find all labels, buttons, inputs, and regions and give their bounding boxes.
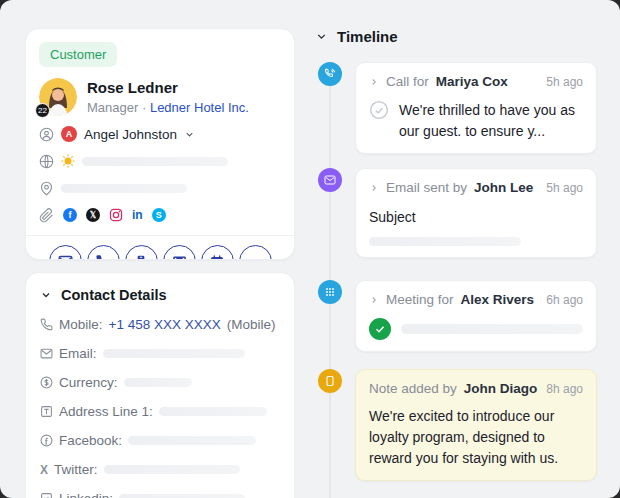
detail-row-email: Email: — [40, 346, 280, 361]
contact-details-card: Contact Details Mobile: +1 458 XXX XXXX … — [25, 272, 295, 498]
globe-icon — [39, 154, 54, 169]
placeholder-bar — [401, 324, 583, 334]
owner-name: Angel Johnston — [84, 127, 177, 142]
location-pin-icon — [39, 181, 54, 196]
detail-row-currency: Currency: — [40, 375, 280, 390]
field-label: Twitter: — [54, 462, 98, 477]
role-label: Manager — [87, 100, 138, 115]
entry-prefix: Note added by — [369, 381, 457, 396]
entry-prefix: Meeting for — [386, 292, 454, 307]
envelope-icon — [40, 347, 53, 360]
field-label: Currency: — [59, 375, 118, 390]
avatar-count-badge: 22 — [35, 103, 50, 118]
contact-details-header[interactable]: Contact Details — [40, 287, 280, 303]
check-circle-filled-icon — [369, 318, 391, 340]
timeline-entry-meeting: Meeting for Alex Rivers 6h ago — [308, 280, 612, 352]
entry-prefix: Email sent by — [386, 180, 467, 195]
facebook-outline-icon — [40, 434, 53, 447]
field-label: Facebook: — [59, 433, 122, 448]
quick-actions-bar — [26, 235, 294, 260]
mail-filled-action-button[interactable] — [163, 245, 196, 260]
status-badge: Customer — [39, 42, 117, 67]
field-label: Address Line 1: — [59, 404, 153, 419]
detail-row-facebook: Facebook: — [40, 433, 280, 448]
expand-chevron-icon[interactable] — [369, 295, 379, 305]
check-circle-outline-icon — [369, 100, 389, 124]
sms-mobile-action-button[interactable] — [125, 245, 158, 260]
note-file-icon — [318, 369, 342, 393]
timezone-row — [39, 152, 281, 170]
linkedin-icon[interactable]: in — [132, 209, 143, 221]
note-body-text: We're excited to introduce our loyalty p… — [369, 406, 583, 469]
field-label: Mobile: — [59, 317, 103, 332]
profile-card: Customer 22 Rose Ledner Manager · Ledner… — [25, 28, 295, 260]
field-label: Email: — [59, 346, 97, 361]
placeholder-bar — [119, 494, 245, 498]
phone-number-link[interactable]: +1 458 XXX XXXX — [109, 317, 221, 332]
email-title-row: Email sent by John Lee 5h ago — [369, 180, 583, 195]
placeholder-bar — [61, 184, 187, 193]
note-title-row: Note added by John Diago 8h ago — [369, 381, 583, 396]
section-title: Timeline — [337, 28, 398, 45]
entry-name: John Diago — [464, 381, 538, 396]
entry-prefix: Call for — [386, 74, 429, 89]
owner-row[interactable]: A Angel Johnston — [39, 125, 281, 143]
more-ellipsis-button[interactable] — [239, 245, 272, 260]
avatar: 22 — [39, 78, 77, 116]
email-icon — [318, 168, 342, 192]
separator-dot: · — [142, 100, 146, 115]
placeholder-bar — [124, 378, 192, 387]
crm-contact-screen: Customer 22 Rose Ledner Manager · Ledner… — [0, 0, 620, 498]
entry-time: 8h ago — [546, 382, 583, 396]
currency-icon — [40, 376, 53, 389]
social-links-row: f 𝕏 in S — [39, 206, 281, 224]
entry-name: Mariya Cox — [436, 74, 508, 89]
profile-header: 22 Rose Ledner Manager · Ledner Hotel In… — [39, 78, 281, 116]
facebook-icon[interactable]: f — [63, 208, 77, 222]
person-circle-icon — [39, 127, 54, 142]
address-field-icon — [40, 405, 53, 418]
placeholder-bar — [103, 349, 245, 358]
call-title-row: Call for Mariya Cox 5h ago — [369, 74, 583, 89]
timeline-entry-note: Note added by John Diago 8h ago We're ex… — [308, 369, 612, 481]
location-row — [39, 179, 281, 197]
timeline-header[interactable]: Timeline — [308, 28, 612, 45]
sun-icon — [61, 154, 75, 168]
expand-chevron-icon[interactable] — [369, 183, 379, 193]
instagram-icon[interactable] — [109, 208, 123, 222]
x-twitter-icon[interactable]: 𝕏 — [86, 208, 100, 222]
email-action-button[interactable] — [49, 245, 82, 260]
role-company-line: Manager · Ledner Hotel Inc. — [87, 100, 249, 115]
placeholder-bar — [159, 407, 267, 416]
chevron-down-icon[interactable] — [40, 289, 52, 301]
entry-time: 5h ago — [546, 75, 583, 89]
meeting-grid-icon — [318, 280, 342, 304]
detail-row-mobile: Mobile: +1 458 XXX XXXX (Mobile) — [40, 317, 280, 332]
timeline-entry-call: Call for Mariya Cox 5h ago We're thrille… — [308, 62, 612, 154]
chevron-down-icon[interactable] — [184, 129, 195, 140]
timeline-list: Call for Mariya Cox 5h ago We're thrille… — [308, 62, 612, 498]
section-title: Contact Details — [61, 287, 167, 303]
placeholder-bar — [82, 157, 228, 166]
entry-time: 5h ago — [546, 181, 583, 195]
paperclip-icon — [39, 208, 54, 223]
x-twitter-outline-icon: X — [40, 463, 48, 477]
placeholder-bar — [104, 465, 240, 474]
skype-icon[interactable]: S — [152, 208, 166, 222]
profile-identity: Rose Ledner Manager · Ledner Hotel Inc. — [87, 79, 249, 115]
placeholder-bar — [128, 436, 256, 445]
expand-chevron-icon[interactable] — [369, 77, 379, 87]
meeting-body — [369, 318, 583, 340]
chevron-down-icon[interactable] — [315, 30, 328, 43]
detail-row-linkedin: Linkedin: — [40, 491, 280, 498]
timeline-panel: Timeline Call for Mariy — [308, 28, 612, 498]
contact-name: Rose Ledner — [87, 79, 249, 98]
detail-row-twitter: X Twitter: — [40, 462, 280, 477]
call-note-text: We're thrilled to have you as our guest.… — [399, 100, 583, 142]
call-action-button[interactable] — [87, 245, 120, 260]
calendar-action-button[interactable] — [201, 245, 234, 260]
detail-row-address1: Address Line 1: — [40, 404, 280, 419]
company-link[interactable]: Ledner Hotel Inc. — [150, 100, 249, 115]
phone-icon — [40, 318, 53, 331]
email-subject: Subject — [369, 207, 583, 228]
